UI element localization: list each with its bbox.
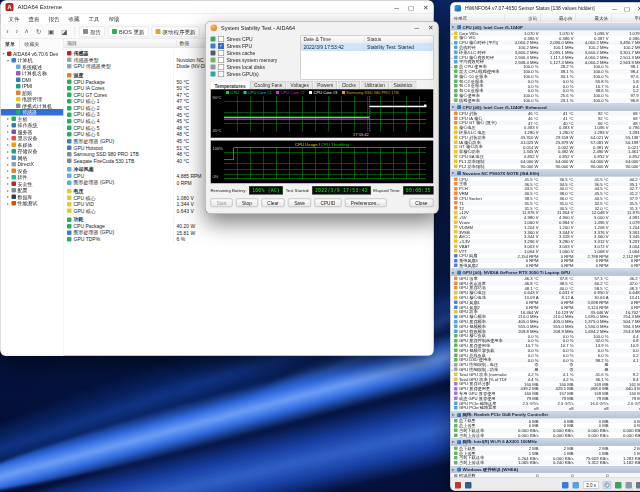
- cpuidbutton[interactable]: CPUID: [314, 199, 341, 208]
- menu-item[interactable]: 帮助: [105, 15, 124, 24]
- section-title: 冷却风扇: [74, 166, 94, 173]
- sensor-row[interactable]: 错误总数0000: [451, 473, 640, 477]
- startbutton[interactable]: Start: [211, 199, 233, 208]
- minimize-icon[interactable]: ─: [612, 5, 617, 12]
- tree-expander-icon[interactable]: ▸: [6, 156, 10, 161]
- group-expander-icon[interactable]: ▾: [452, 105, 456, 109]
- tree-expander-icon[interactable]: ▸: [6, 201, 10, 206]
- column-maximum[interactable]: 最大值: [576, 14, 612, 22]
- tree-item[interactable]: ▸性能测试: [1, 200, 64, 207]
- sensor-row-icon: [67, 79, 72, 84]
- clock-icon[interactable]: [603, 481, 611, 489]
- column-sensor[interactable]: 传感器: [451, 15, 505, 22]
- back-icon[interactable]: ‹: [5, 28, 11, 36]
- group-expander-icon[interactable]: ▾: [452, 413, 456, 417]
- tree-expander-icon[interactable]: ▸: [6, 162, 10, 167]
- log-column-datetime[interactable]: Date & Time: [301, 36, 365, 44]
- sensor-row[interactable]: 图形处理器 (GPU)15.81 W: [64, 229, 434, 236]
- tree-expander-icon[interactable]: ▸: [6, 130, 10, 135]
- savebutton[interactable]: Save: [288, 199, 311, 208]
- menu-item[interactable]: 查看: [25, 15, 44, 24]
- tab-powers[interactable]: Powers: [313, 81, 337, 89]
- tray-icon[interactable]: [573, 482, 580, 489]
- up-icon[interactable]: ˄: [23, 28, 31, 36]
- sensor-row-label: 图形处理器 (GPU): [74, 179, 115, 186]
- expand-icon[interactable]: [636, 482, 640, 489]
- chart-icon[interactable]: ◪: [59, 28, 69, 36]
- group-expander-icon[interactable]: ▾: [452, 270, 456, 274]
- menu-item[interactable]: 报告: [45, 15, 64, 24]
- settings-gear-icon[interactable]: [626, 482, 633, 489]
- reset-values-icon[interactable]: [615, 482, 622, 489]
- tab-cooling-fans[interactable]: Cooling Fans: [250, 81, 286, 89]
- checkbox[interactable]: [218, 50, 224, 56]
- forward-icon[interactable]: ›: [14, 28, 20, 36]
- tab-statistics[interactable]: Statistics: [389, 81, 416, 89]
- close-button[interactable]: Close: [409, 199, 433, 208]
- maximize-icon[interactable]: ▢: [408, 4, 414, 11]
- checkbox[interactable]: ✓: [218, 43, 224, 49]
- minimize-icon[interactable]: ─: [394, 4, 399, 11]
- menu-item[interactable]: 工具: [85, 15, 104, 24]
- tree-expander-icon[interactable]: ▸: [6, 175, 10, 180]
- tree-expander-icon[interactable]: ▸: [6, 123, 10, 128]
- group-expander-icon[interactable]: ▾: [452, 25, 456, 29]
- sensor-type-icon: [454, 368, 458, 372]
- minimize-icon[interactable]: ─: [414, 24, 419, 31]
- column-average[interactable]: 平均: [611, 14, 640, 22]
- maximize-icon[interactable]: ▢: [624, 5, 630, 12]
- stopbutton[interactable]: Stop: [236, 199, 258, 208]
- column-minimum[interactable]: 最小值: [540, 14, 576, 22]
- report-icon[interactable]: [465, 482, 472, 489]
- user-icon[interactable]: ▣: [46, 28, 56, 36]
- tree-expander-icon[interactable]: ▸: [6, 188, 10, 193]
- column-current[interactable]: 当前: [505, 14, 541, 22]
- sensor-row[interactable]: GPU TDP%6 %: [64, 236, 434, 243]
- tree-expander-icon[interactable]: ▸: [6, 149, 10, 154]
- sensor-row[interactable]: GPU PCIe 链路宽度x8x8x8x8: [451, 405, 640, 410]
- log-row[interactable]: 2022/3/9 17:53:42Stability Test: Started: [301, 44, 433, 51]
- sensor-display-icon[interactable]: [562, 482, 569, 489]
- sensor-row[interactable]: PL2 功率限制90.000 W90.000 W90.000 W90.000 W: [451, 164, 640, 169]
- column-item[interactable]: 项目: [64, 40, 176, 47]
- tree-expander-icon[interactable]: ▸: [6, 136, 10, 141]
- tree-expander-icon[interactable]: ▾: [2, 52, 6, 57]
- checkbox[interactable]: [218, 36, 224, 42]
- tree-expander-icon[interactable]: ▸: [6, 143, 10, 148]
- logging-icon[interactable]: [455, 482, 462, 489]
- toolbar-button[interactable]: 报告: [79, 26, 105, 37]
- tree-expander-icon[interactable]: ▸: [6, 117, 10, 122]
- toolbar-button[interactable]: 驱动程序更新: [152, 26, 200, 37]
- close-icon[interactable]: ✕: [428, 24, 433, 31]
- tab-utilization[interactable]: Utilization: [360, 81, 389, 89]
- group-expander-icon[interactable]: ▾: [452, 468, 456, 472]
- menu-item[interactable]: 文件: [5, 15, 24, 24]
- close-icon[interactable]: ✕: [423, 4, 428, 11]
- checkbox[interactable]: [218, 57, 224, 63]
- group-expander-icon[interactable]: ▾: [452, 171, 456, 175]
- clearbutton[interactable]: Clear: [261, 199, 284, 208]
- group-expander-icon[interactable]: ▾: [452, 440, 456, 444]
- refresh-icon[interactable]: ↻: [34, 28, 43, 36]
- tree-expander-icon[interactable]: ▸: [6, 169, 10, 174]
- sensor-row[interactable]: 系统风扇20 RPM0 RPM0 RPM0 RPM: [451, 263, 640, 268]
- sensor-type-icon: [454, 196, 458, 200]
- stress-option: ✓Stress FPU: [211, 43, 297, 50]
- checkbox[interactable]: [218, 64, 224, 70]
- sensor-row[interactable]: 线程使用率100.0 %23.1 %100.0 %96.8 %: [451, 98, 640, 103]
- sensor-row[interactable]: 当前上传速率1.065 KB/s0.240 KB/s5.312 KB/s1.18…: [451, 460, 640, 465]
- tree-expander-icon[interactable]: ▸: [6, 182, 10, 187]
- panel-tab[interactable]: 收藏夹: [20, 39, 44, 49]
- tree-expander-icon[interactable]: ▸: [6, 195, 10, 200]
- log-column-status[interactable]: Status: [365, 36, 384, 44]
- panel-tab[interactable]: 菜单: [1, 39, 21, 49]
- toolbar-button[interactable]: BIOS 更新: [108, 26, 149, 37]
- tab-clocks[interactable]: Clocks: [338, 81, 360, 89]
- tree-expander-icon[interactable]: ▾: [6, 58, 10, 63]
- usage-line: [234, 148, 426, 149]
- checkbox[interactable]: [218, 71, 224, 77]
- menu-item[interactable]: 收藏: [65, 15, 84, 24]
- preferences-button[interactable]: Preferences...: [345, 199, 387, 208]
- tab-voltages[interactable]: Voltages: [287, 81, 313, 89]
- sensor-row[interactable]: 当前上传速率0.000 KB/s0.000 KB/s0.000 KB/s0.00…: [451, 433, 640, 438]
